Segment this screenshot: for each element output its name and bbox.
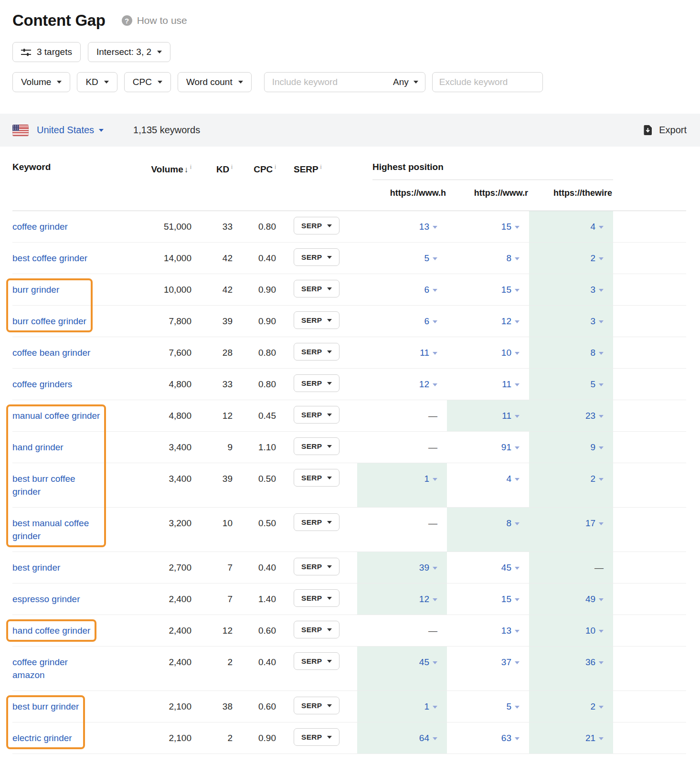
position-value[interactable]: 15 — [501, 220, 520, 233]
position-value[interactable]: 10 — [501, 346, 520, 359]
serp-button[interactable]: SERP — [294, 621, 339, 638]
how-to-use-link[interactable]: ? How to use — [122, 15, 187, 26]
position-value[interactable]: 49 — [585, 593, 604, 605]
position-value[interactable]: 1 — [424, 700, 437, 713]
keyword-link[interactable]: hand coffee grinder — [12, 624, 90, 637]
serp-button[interactable]: SERP — [294, 217, 339, 234]
cpc-filter-dropdown[interactable]: CPC — [124, 72, 171, 92]
keyword-link[interactable]: coffee grinder — [12, 220, 68, 233]
position-value[interactable]: 6 — [424, 315, 437, 328]
position-value[interactable]: 5 — [590, 378, 604, 391]
filler-cell — [613, 369, 686, 400]
serp-button[interactable]: SERP — [294, 697, 339, 714]
keyword-link[interactable]: manual coffee grinder — [12, 409, 100, 422]
position-value[interactable]: 36 — [585, 656, 604, 668]
keyword-link[interactable]: coffee bean grinder — [12, 346, 90, 359]
kd-cell: 38 — [191, 691, 233, 722]
position-value[interactable]: 5 — [424, 252, 437, 265]
position-value[interactable]: 39 — [419, 561, 437, 574]
keyword-link[interactable]: best burr grinder — [12, 700, 79, 713]
position-value[interactable]: 12 — [419, 593, 437, 605]
word-count-filter-dropdown[interactable]: Word count — [178, 72, 252, 92]
position-value[interactable]: 2 — [590, 472, 604, 485]
keyword-link[interactable]: best burr coffee grinder — [12, 472, 75, 498]
serp-button[interactable]: SERP — [294, 311, 339, 329]
serp-button[interactable]: SERP — [294, 469, 339, 487]
keyword-link[interactable]: coffee grinders — [12, 378, 72, 391]
position-value[interactable]: 13 — [419, 220, 437, 233]
position-value[interactable]: 2 — [590, 700, 604, 713]
position-value[interactable]: 4 — [506, 472, 520, 485]
position-value[interactable]: 8 — [506, 517, 520, 530]
keyword-link[interactable]: hand grinder — [12, 441, 64, 454]
kd-filter-dropdown[interactable]: KD — [77, 72, 117, 92]
serp-button[interactable]: SERP — [294, 513, 339, 531]
position-value[interactable]: 3 — [590, 283, 604, 296]
position-value[interactable]: 11 — [502, 378, 520, 391]
keyword-link[interactable]: coffee grinder amazon — [12, 656, 68, 681]
chevron-down-icon — [599, 352, 604, 355]
serp-button[interactable]: SERP — [294, 280, 339, 297]
position-value[interactable]: 13 — [501, 624, 520, 637]
position-value[interactable]: 11 — [420, 346, 437, 359]
keyword-link[interactable]: best grinder — [12, 561, 60, 574]
intersect-dropdown[interactable]: Intersect: 3, 2 — [88, 42, 170, 62]
position-value[interactable]: 45 — [419, 656, 437, 668]
position-value[interactable]: 91 — [501, 441, 520, 454]
position-value[interactable]: 12 — [419, 378, 437, 391]
targets-button[interactable]: 3 targets — [12, 42, 81, 62]
position-value[interactable]: 21 — [585, 732, 604, 744]
position-value[interactable]: 64 — [419, 732, 437, 744]
col-header-volume[interactable]: Volume↓i — [141, 159, 191, 180]
position-value[interactable]: 3 — [590, 315, 604, 328]
position-value[interactable]: 8 — [506, 252, 520, 265]
position-value[interactable]: 37 — [501, 656, 520, 668]
cpc-cell: 1.10 — [233, 432, 276, 463]
target-url-header-1[interactable]: https://www.h — [357, 180, 447, 211]
position-value[interactable]: 11 — [502, 409, 520, 422]
include-keyword-input[interactable] — [271, 76, 388, 88]
keyword-link[interactable]: best manual coffee grinder — [12, 517, 89, 542]
serp-button[interactable]: SERP — [294, 437, 339, 455]
country-selector[interactable]: United States — [37, 125, 104, 136]
volume-cell: 2,400 — [141, 584, 191, 615]
position-value[interactable]: 12 — [501, 315, 520, 328]
serp-button[interactable]: SERP — [294, 374, 339, 392]
position-value[interactable]: 6 — [424, 283, 437, 296]
position-value[interactable]: 5 — [506, 700, 520, 713]
keyword-link[interactable]: espresso grinder — [12, 593, 80, 605]
target-url-header-2[interactable]: https://www.r — [447, 180, 529, 211]
position-value[interactable]: 63 — [501, 732, 520, 744]
target-url-header-3[interactable]: https://thewire — [529, 180, 613, 211]
keyword-cell: coffee grinders — [12, 369, 141, 400]
serp-button[interactable]: SERP — [294, 558, 339, 575]
include-mode-dropdown[interactable]: Any — [388, 77, 418, 87]
keyword-link[interactable]: best coffee grinder — [12, 252, 87, 265]
position-value[interactable]: 10 — [585, 624, 604, 637]
position-value[interactable]: 45 — [501, 561, 520, 574]
position-value[interactable]: 2 — [590, 252, 604, 265]
cpc-cell: 0.90 — [233, 274, 276, 306]
position-value[interactable]: 9 — [590, 441, 604, 454]
keyword-link[interactable]: burr grinder — [12, 283, 59, 296]
volume-filter-dropdown[interactable]: Volume — [12, 72, 70, 92]
exclude-keyword-input[interactable] — [432, 72, 543, 92]
serp-button[interactable]: SERP — [294, 589, 339, 607]
position-value[interactable]: 23 — [585, 409, 604, 422]
position-value[interactable]: 17 — [585, 517, 604, 530]
serp-button[interactable]: SERP — [294, 343, 339, 361]
position-value[interactable]: 1 — [424, 472, 437, 485]
export-button[interactable]: Export — [643, 125, 687, 136]
position-value[interactable]: 15 — [501, 283, 520, 296]
position-value[interactable]: 15 — [501, 593, 520, 605]
serp-button[interactable]: SERP — [294, 652, 339, 670]
position-value[interactable]: 4 — [590, 220, 604, 233]
position-value[interactable]: 8 — [590, 346, 604, 359]
serp-button[interactable]: SERP — [294, 248, 339, 266]
serp-button[interactable]: SERP — [294, 406, 339, 424]
col-header-kd[interactable]: KDi — [191, 159, 233, 180]
keyword-link[interactable]: electric grinder — [12, 732, 72, 744]
keyword-link[interactable]: burr coffee grinder — [12, 315, 86, 328]
col-header-cpc[interactable]: CPCi — [233, 159, 276, 180]
serp-button[interactable]: SERP — [294, 728, 339, 746]
